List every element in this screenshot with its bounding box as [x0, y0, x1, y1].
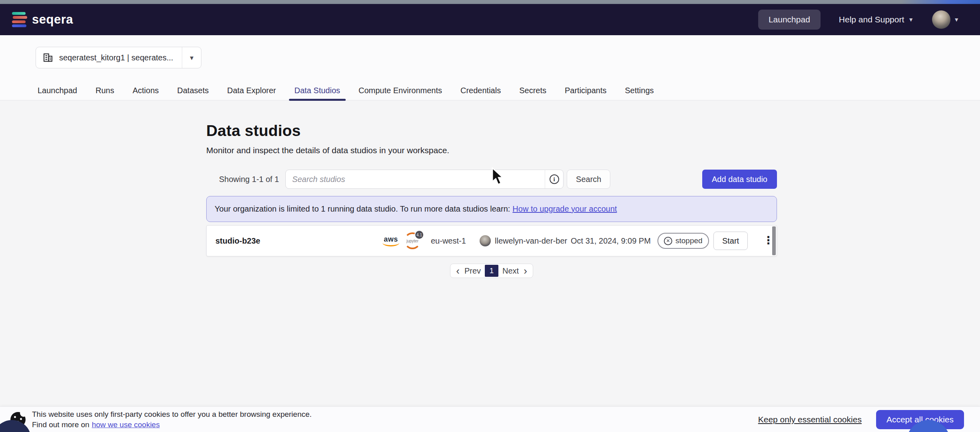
aws-icon: aws [382, 236, 399, 246]
workspace-selector-main[interactable]: seqeratest_kitorg1 | seqerates... [36, 47, 182, 68]
results-count: Showing 1-1 of 1 [219, 175, 279, 184]
upgrade-account-link[interactable]: How to upgrade your account [512, 204, 617, 214]
cookie-policy-link[interactable]: how we use cookies [92, 420, 160, 429]
tab-secrets[interactable]: Secrets [519, 81, 546, 100]
studios-table: studio-b23e aws jupyter 4.1 eu-west-1 ll… [206, 225, 777, 256]
search-button[interactable]: Search [567, 170, 610, 189]
limit-notice-banner: Your organization is limited to 1 runnin… [206, 196, 777, 222]
pagination: ‹ Prev 1 Next › [206, 264, 777, 278]
app-window: seqera Launchpad Help and Support ▼ ▼ [0, 0, 980, 432]
help-and-support-menu[interactable]: Help and Support ▼ [839, 15, 914, 24]
table-scrollbar[interactable] [772, 226, 776, 255]
cookie-banner: This website uses only first-party cooki… [0, 406, 980, 432]
workspace-selector[interactable]: seqeratest_kitorg1 | seqerates... ▼ [36, 47, 201, 68]
tab-runs[interactable]: Runs [96, 81, 114, 100]
studio-environment-icons: aws jupyter 4.1 [382, 232, 421, 249]
stopped-icon: ✕ [664, 237, 672, 245]
pagination-group: ‹ Prev 1 Next › [450, 264, 533, 278]
main-content: Data studios Monitor and inspect the det… [206, 100, 777, 278]
studio-owner: llewelyn-van-der-ber [480, 235, 567, 246]
help-and-support-label: Help and Support [839, 15, 904, 24]
tab-actions[interactable]: Actions [133, 81, 159, 100]
page-subtitle: Monitor and inspect the details of data … [206, 146, 777, 155]
chevron-down-icon: ▼ [189, 54, 195, 61]
chevron-left-icon[interactable]: ‹ [455, 266, 460, 276]
table-row[interactable]: studio-b23e aws jupyter 4.1 eu-west-1 ll… [207, 226, 777, 256]
owner-avatar [480, 235, 491, 246]
cookie-message-line1: This website uses only first-party cooki… [32, 410, 312, 419]
start-studio-button[interactable]: Start [713, 232, 748, 250]
pagination-current-page[interactable]: 1 [485, 265, 498, 277]
tab-participants[interactable]: Participants [565, 81, 607, 100]
cookie-message: This website uses only first-party cooki… [32, 410, 312, 429]
info-icon: i [550, 174, 559, 184]
avatar [932, 10, 950, 29]
tab-launchpad[interactable]: Launchpad [38, 81, 77, 100]
workspace-tabs: Launchpad Runs Actions Datasets Data Exp… [38, 81, 654, 100]
chevron-down-icon: ▼ [908, 16, 914, 23]
tab-data-explorer[interactable]: Data Explorer [227, 81, 276, 100]
search-input[interactable] [286, 170, 545, 188]
screen-top-edge [0, 0, 980, 4]
organization-icon [42, 52, 54, 63]
limit-notice-text: Your organization is limited to 1 runnin… [215, 204, 510, 214]
chevron-right-icon[interactable]: › [523, 266, 528, 276]
studio-region: eu-west-1 [431, 236, 466, 246]
studio-created-date: Oct 31, 2024, 9:09 PM [571, 236, 651, 246]
pagination-prev[interactable]: Prev [464, 266, 481, 276]
studios-toolbar: Showing 1-1 of 1 i Search Add data studi… [206, 170, 777, 189]
user-menu[interactable]: ▼ [932, 10, 959, 29]
add-data-studio-button[interactable]: Add data studio [702, 170, 777, 189]
brand-name: seqera [32, 12, 73, 27]
pagination-next[interactable]: Next [502, 266, 519, 276]
status-badge: ✕ stopped [657, 233, 709, 249]
workspace-header: seqeratest_kitorg1 | seqerates... ▼ Laun… [0, 35, 980, 100]
top-navbar: seqera Launchpad Help and Support ▼ ▼ [0, 4, 980, 35]
navbar-right: Launchpad Help and Support ▼ ▼ [758, 10, 959, 30]
workspace-selector-label: seqeratest_kitorg1 | seqerates... [59, 53, 173, 62]
jupyter-version-badge: 4.1 [414, 230, 424, 240]
seqera-logo-icon [12, 12, 26, 27]
workspace-selector-caret[interactable]: ▼ [182, 47, 201, 68]
page-title: Data studios [206, 122, 777, 140]
search-info-button[interactable]: i [545, 170, 563, 188]
owner-name: llewelyn-van-der-ber [495, 236, 567, 246]
tab-settings[interactable]: Settings [625, 81, 653, 100]
tab-datasets[interactable]: Datasets [177, 81, 209, 100]
tab-credentials[interactable]: Credentials [460, 81, 501, 100]
search-box: i [285, 170, 564, 189]
cookie-message-line2: Find out more on how we use cookies [32, 420, 312, 429]
tab-data-studios[interactable]: Data Studios [295, 81, 341, 100]
studio-name[interactable]: studio-b23e [215, 236, 260, 246]
launchpad-nav-button[interactable]: Launchpad [758, 10, 821, 30]
tab-compute-environments[interactable]: Compute Environments [359, 81, 442, 100]
brand[interactable]: seqera [12, 12, 73, 27]
jupyter-icon: jupyter 4.1 [404, 232, 421, 249]
chevron-down-icon: ▼ [954, 16, 959, 23]
keep-essential-cookies-link[interactable]: Keep only essential cookies [758, 415, 862, 424]
